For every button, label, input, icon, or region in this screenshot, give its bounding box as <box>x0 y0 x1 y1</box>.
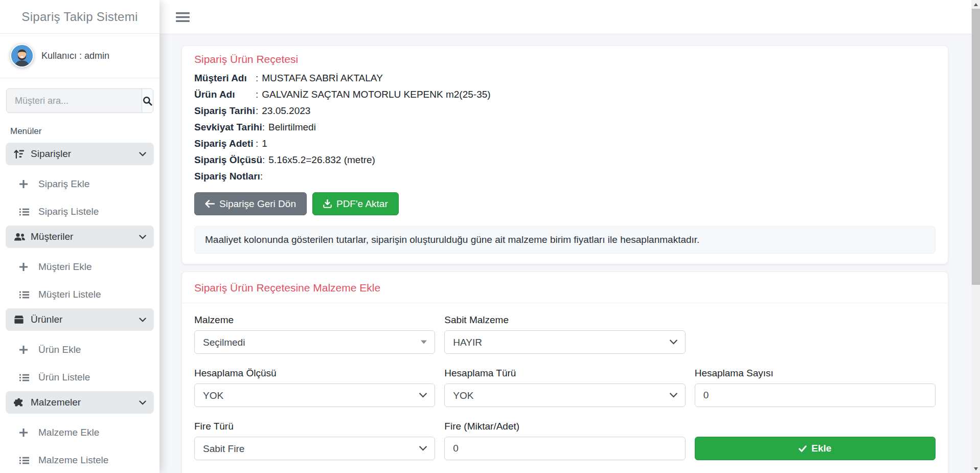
sabit-malzeme-select[interactable]: HAYIR <box>444 330 685 354</box>
colon: : <box>256 136 258 152</box>
field-hesaplama-olcusu: Hesaplama Ölçüsü YOK <box>194 368 435 407</box>
detail-value: 1 <box>262 136 267 152</box>
plus-icon <box>19 180 31 188</box>
detail-value: Belirtilmedi <box>268 119 316 136</box>
add-button-label: Ekle <box>811 443 831 454</box>
add-material-card: Sipariş Ürün Reçetesine Malzeme Ekle Mal… <box>182 272 948 473</box>
list-icon <box>19 208 31 216</box>
fire-turu-select[interactable]: Sabit Fire <box>194 437 435 460</box>
detail-value: 23.05.2023 <box>262 103 310 119</box>
detail-row-siparis-olcusu: Sipariş Ölçüsü: 5.16x5.2=26.832 (metre) <box>194 152 936 168</box>
chevron-down-icon <box>139 318 146 322</box>
field-hesaplama-turu: Hesaplama Türü YOK <box>444 368 685 407</box>
colon: : <box>256 103 258 119</box>
fire-miktar-input[interactable] <box>444 437 685 460</box>
arrow-left-icon <box>205 200 215 208</box>
detail-value: GALVANİZ SAÇTAN MOTORLU KEPENK m2(25-35) <box>262 86 490 103</box>
hesaplama-sayisi-input[interactable] <box>695 384 936 407</box>
field-add-button: Ekle <box>695 421 936 460</box>
sidebar-item-malzeme-ekle[interactable]: Malzeme Ekle <box>0 419 159 446</box>
detail-row-siparis-notlari: Sipariş Notları: <box>194 168 936 185</box>
detail-label: Sipariş Notları <box>194 168 260 185</box>
field-fire-miktar: Fire (Miktar/Adet) <box>444 421 685 460</box>
box-icon <box>14 315 26 324</box>
pdf-button-label: PDF'e Aktar <box>336 198 388 210</box>
sidebar-item-siparis-listele[interactable]: Sipariş Listele <box>0 198 159 226</box>
sidebar-item-urun-listele[interactable]: Ürün Listele <box>0 364 159 391</box>
plus-icon <box>19 263 31 271</box>
scrollbar-up-arrow[interactable] <box>971 0 980 9</box>
detail-row-siparis-tarihi: Sipariş Tarihi: 23.05.2023 <box>194 103 936 119</box>
add-material-card-title: Sipariş Ürün Reçetesine Malzeme Ekle <box>194 282 936 294</box>
sidebar-item-label: Ürün Listele <box>38 372 90 383</box>
users-icon <box>14 233 26 241</box>
sidebar-item-musteri-listele[interactable]: Müşteri Listele <box>0 281 159 308</box>
spacer <box>695 421 936 432</box>
page-scrollbar[interactable] <box>971 0 980 473</box>
detail-label: Ürün Adı <box>194 86 256 103</box>
list-icon <box>19 457 31 464</box>
add-material-card-header: Sipariş Ürün Reçetesine Malzeme Ekle <box>182 272 948 303</box>
detail-label: Sipariş Tarihi <box>194 103 256 119</box>
top-navbar <box>159 0 971 34</box>
user-label: Kullanıcı : admin <box>41 51 109 61</box>
sidebar: Sipariş Takip Sistemi Kullanıcı : admin <box>0 0 159 473</box>
hesaplama-turu-label: Hesaplama Türü <box>444 368 685 379</box>
detail-label: Sevkiyat Tarihi <box>194 119 262 136</box>
detail-label: Müşteri Adı <box>194 70 256 86</box>
add-material-button[interactable]: Ekle <box>695 437 936 460</box>
detail-label: Sipariş Ölçüsü <box>194 152 262 168</box>
field-hesaplama-sayisi: Hesaplama Sayısı <box>695 368 936 407</box>
sidebar-item-urunler[interactable]: Ürünler <box>6 308 154 331</box>
fire-turu-label: Fire Türü <box>194 421 435 432</box>
scrollbar-thumb[interactable] <box>971 9 980 285</box>
check-icon <box>799 445 807 452</box>
main-content: Sipariş Ürün Reçetesi Müşteri Adı: MUSTA… <box>159 34 971 473</box>
puzzle-icon <box>14 398 26 408</box>
plus-icon <box>19 429 31 437</box>
malzeme-label: Malzeme <box>194 314 435 326</box>
sidebar-item-siparis-ekle[interactable]: Sipariş Ekle <box>0 170 159 198</box>
sort-amount-icon <box>14 149 26 159</box>
colon: : <box>256 70 258 86</box>
colon: : <box>256 86 258 103</box>
back-button-label: Siparişe Geri Dön <box>219 198 296 210</box>
hesaplama-olcusu-select[interactable]: YOK <box>194 384 435 407</box>
chevron-down-icon <box>139 400 146 405</box>
sidebar-item-label: Müşteri Ekle <box>38 261 92 273</box>
avatar-image <box>11 45 33 66</box>
sabit-malzeme-label: Sabit Malzeme <box>444 314 685 326</box>
field-fire-turu: Fire Türü Sabit Fire <box>194 421 435 460</box>
detail-value: 5.16x5.2=26.832 (metre) <box>268 152 375 168</box>
sidebar-item-siparisler[interactable]: Siparişler <box>6 143 154 165</box>
chevron-down-icon <box>139 152 146 156</box>
detail-row-siparis-adeti: Sipariş Adeti: 1 <box>194 136 936 152</box>
sidebar-item-urun-ekle[interactable]: Ürün Ekle <box>0 336 159 364</box>
search-input[interactable] <box>7 89 142 112</box>
hesaplama-turu-select[interactable]: YOK <box>444 384 685 407</box>
sidebar-item-malzemeler[interactable]: Malzemeler <box>6 391 154 414</box>
sidebar-toggle-button[interactable] <box>174 10 192 25</box>
cost-info-note: Maaliyet kolonunda gösterilen tutarlar, … <box>194 226 936 254</box>
menu-section-label: Menüler <box>0 113 159 143</box>
hesaplama-olcusu-label: Hesaplama Ölçüsü <box>194 368 435 379</box>
colon: : <box>262 119 265 136</box>
sidebar-item-label: Ürün Ekle <box>38 344 81 355</box>
sidebar-item-label: Sipariş Ekle <box>38 178 89 190</box>
sidebar-item-label: Müşteriler <box>31 231 139 242</box>
sidebar-item-musteriler[interactable]: Müşteriler <box>6 226 154 248</box>
scrollbar-down-arrow[interactable] <box>971 464 980 473</box>
recipe-card: Sipariş Ürün Reçetesi Müşteri Adı: MUSTA… <box>182 46 948 264</box>
sidebar-item-malzeme-listele[interactable]: Malzeme Listele <box>0 446 159 473</box>
export-pdf-button[interactable]: PDF'e Aktar <box>312 192 399 215</box>
back-to-order-button[interactable]: Siparişe Geri Dön <box>194 192 307 215</box>
malzeme-select[interactable]: Seçilmedi <box>194 330 435 354</box>
search-button[interactable] <box>142 89 153 112</box>
colon: : <box>262 152 265 168</box>
sidebar-item-label: Malzeme Ekle <box>38 427 99 438</box>
sidebar-item-musteri-ekle[interactable]: Müşteri Ekle <box>0 253 159 281</box>
fire-miktar-label: Fire (Miktar/Adet) <box>444 421 685 432</box>
detail-row-urun-adi: Ürün Adı: GALVANİZ SAÇTAN MOTORLU KEPENK… <box>194 86 936 103</box>
app-title: Sipariş Takip Sistemi <box>0 0 159 34</box>
download-icon <box>323 199 332 208</box>
